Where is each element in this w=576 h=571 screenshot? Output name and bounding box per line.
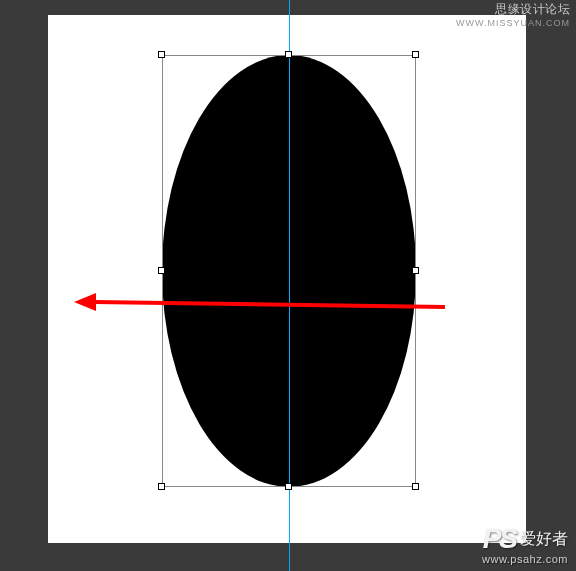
handle-top-right[interactable] bbox=[412, 51, 419, 58]
watermark-top-sub: WWW.MISSYUAN.COM bbox=[456, 16, 570, 30]
handle-bottom-right[interactable] bbox=[412, 483, 419, 490]
watermark-bottom: PS爱好者 www.psahz.com bbox=[482, 523, 568, 565]
editor-viewport[interactable]: 思缘设计论坛 WWW.MISSYUAN.COM PS爱好者 www.psahz.… bbox=[0, 0, 576, 571]
watermark-top-main: 思缘设计论坛 bbox=[495, 2, 570, 16]
watermark-top: 思缘设计论坛 WWW.MISSYUAN.COM bbox=[456, 2, 570, 30]
handle-left-center[interactable] bbox=[158, 267, 165, 274]
handle-bottom-center[interactable] bbox=[285, 483, 292, 490]
handle-bottom-left[interactable] bbox=[158, 483, 165, 490]
handle-right-center[interactable] bbox=[412, 267, 419, 274]
watermark-url: www.psahz.com bbox=[482, 553, 568, 565]
handle-top-center[interactable] bbox=[285, 51, 292, 58]
watermark-logo: PS bbox=[483, 523, 516, 555]
handle-top-left[interactable] bbox=[158, 51, 165, 58]
watermark-cn: 爱好者 bbox=[520, 530, 568, 547]
